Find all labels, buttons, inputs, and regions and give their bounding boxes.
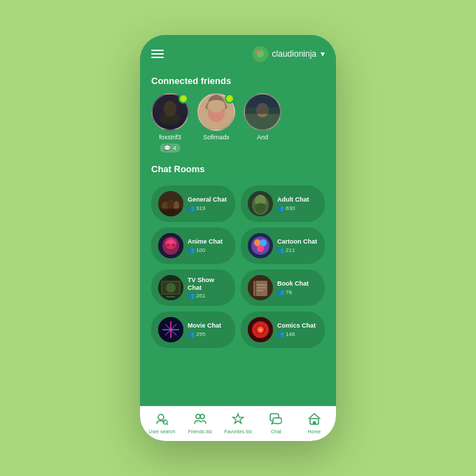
room-thumb — [248, 317, 273, 342]
room-thumb — [158, 233, 183, 258]
room-count: 👥 78 — [277, 289, 318, 295]
friend-name: Sofimadx — [203, 134, 230, 141]
count-value: 78 — [286, 289, 292, 295]
room-info: Movie Chat 👥 295 — [188, 322, 228, 337]
count-value: 146 — [286, 331, 295, 337]
svg-line-55 — [167, 424, 168, 425]
room-card-comics[interactable]: Comics Chat 👥 146 — [241, 312, 325, 348]
room-thumb — [158, 275, 183, 300]
favorites-icon — [232, 412, 244, 428]
bottom-nav: User search Friends list Favorites list — [140, 406, 336, 441]
nav-item-home[interactable]: Home — [295, 412, 333, 434]
svg-rect-18 — [158, 209, 183, 216]
svg-point-57 — [200, 414, 204, 419]
room-count: 👥 295 — [188, 331, 228, 337]
room-thumb — [248, 233, 273, 258]
room-card-movie[interactable]: Movie Chat 👥 295 — [151, 312, 235, 348]
message-count: 4 — [173, 145, 176, 151]
chat-rooms-section: Chat Rooms — [140, 157, 336, 186]
room-name: Anime Chat — [188, 238, 228, 246]
room-card-general[interactable]: General Chat 👥 319 — [151, 186, 235, 222]
chat-rooms-title: Chat Rooms — [151, 164, 325, 174]
room-name: General Chat — [188, 196, 228, 204]
friend-avatar-wrap — [244, 93, 281, 131]
friend-avatar-wrap: ⚡ — [151, 93, 189, 131]
count-value: 261 — [196, 293, 205, 299]
people-icon: 👥 — [277, 205, 284, 211]
room-card-adult[interactable]: Adult Chat 👥 630 — [241, 186, 325, 222]
room-name: Book Chat — [277, 280, 318, 288]
room-info: Adult Chat 👥 630 — [277, 196, 318, 211]
hamburger-menu[interactable] — [151, 50, 164, 58]
room-name: Comics Chat — [277, 322, 318, 330]
room-thumb — [248, 191, 273, 216]
header-avatar — [253, 46, 268, 62]
count-value: 295 — [196, 331, 205, 337]
nav-item-user-search[interactable]: User search — [143, 412, 181, 434]
username-label: claudioninja — [272, 49, 316, 59]
friend-avatar-wrap: ⚡ — [197, 93, 235, 131]
room-name: Cartoon Chat — [277, 238, 318, 246]
main-content: Connected friends — [140, 69, 336, 406]
friend-name: foxstrif3 — [159, 134, 181, 141]
header-user[interactable]: claudioninja ▾ — [253, 46, 325, 62]
people-icon: 👥 — [188, 247, 195, 253]
phone-container: claudioninja ▾ Connected friends — [140, 35, 336, 441]
nav-label-home: Home — [307, 429, 321, 434]
room-count: 👥 630 — [277, 205, 318, 211]
room-name: Adult Chat — [277, 196, 318, 204]
room-info: Book Chat 👥 78 — [277, 280, 318, 295]
room-name: Movie Chat — [188, 322, 228, 330]
nav-item-chat[interactable]: Chat — [257, 412, 295, 434]
room-info: Comics Chat 👥 146 — [277, 322, 318, 337]
nav-label-chat: Chat — [271, 429, 281, 434]
people-icon: 👥 — [277, 331, 284, 337]
room-card-book[interactable]: Book Chat 👥 78 — [241, 270, 325, 306]
svg-rect-39 — [255, 281, 256, 296]
home-icon — [308, 412, 321, 428]
room-card-tvshow[interactable]: TV Show Chat 👥 261 — [151, 270, 235, 306]
friend-item[interactable]: ⚡ Sofimadx — [197, 93, 235, 153]
svg-rect-59 — [273, 418, 281, 424]
svg-point-9 — [209, 99, 223, 113]
nav-item-friends[interactable]: Friends list — [181, 412, 218, 434]
people-icon: 👥 — [188, 205, 195, 211]
room-name: TV Show Chat — [188, 276, 228, 292]
svg-rect-61 — [313, 421, 316, 424]
svg-point-26 — [172, 244, 175, 247]
room-count: 👥 261 — [188, 293, 228, 299]
count-value: 211 — [286, 247, 295, 253]
friend-item[interactable]: ⚡ foxstrif3 💬 4 — [151, 93, 189, 153]
room-count: 👥 319 — [188, 205, 228, 211]
friend-avatar-and — [244, 93, 281, 131]
room-thumb — [158, 191, 183, 216]
svg-point-25 — [167, 244, 169, 247]
room-card-anime[interactable]: Anime Chat 👥 100 — [151, 227, 235, 264]
online-indicator: ⚡ — [178, 94, 188, 104]
chat-rooms-grid: General Chat 👥 319 — [140, 186, 336, 355]
room-card-cartoon[interactable]: Cartoon Chat 👥 211 — [241, 227, 325, 264]
room-thumb — [248, 275, 273, 300]
message-badge: 💬 4 — [160, 144, 180, 153]
friends-row: ⚡ foxstrif3 💬 4 — [151, 93, 325, 153]
chevron-down-icon: ▾ — [321, 49, 325, 59]
nav-label-user-search: User search — [148, 429, 175, 434]
count-value: 319 — [196, 205, 205, 211]
room-thumb — [158, 317, 183, 342]
friends-list-icon — [194, 412, 206, 428]
nav-item-favorites[interactable]: Favorites list — [219, 412, 257, 434]
people-icon: 👥 — [188, 293, 195, 299]
svg-point-53 — [158, 414, 164, 420]
people-icon: 👥 — [277, 289, 284, 295]
svg-rect-13 — [245, 94, 280, 114]
svg-rect-36 — [167, 296, 175, 298]
people-icon: 👥 — [277, 247, 284, 253]
people-icon: 👥 — [188, 331, 195, 337]
friend-item[interactable]: And — [244, 93, 281, 153]
room-count: 👥 211 — [277, 247, 318, 253]
online-indicator: ⚡ — [225, 94, 234, 104]
svg-point-31 — [257, 245, 264, 252]
room-count: 👥 100 — [188, 247, 228, 253]
room-info: Anime Chat 👥 100 — [188, 238, 228, 253]
room-count: 👥 146 — [277, 331, 318, 337]
